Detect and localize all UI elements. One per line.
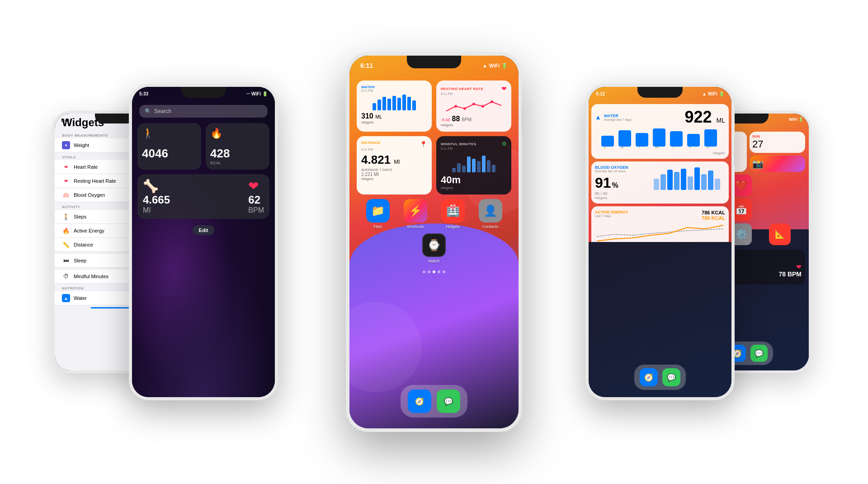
water-value-4: 922 ML (684, 108, 725, 127)
hidgets-app[interactable]: 🏥 Hidgets (436, 199, 469, 229)
water-sub-4: Average last 7 days (604, 118, 632, 121)
mindful-icon: ⚙ (502, 141, 507, 147)
steps-icon-dark: 🚶 (142, 128, 197, 139)
distance-avg-value: 2.221 MI (361, 172, 427, 177)
messages-dock-5[interactable]: 💬 (750, 345, 768, 362)
energy-label-4: ACTIVE ENERGY (595, 210, 628, 214)
resting-hr-label: RESTING HEART RATE (441, 87, 483, 91)
hr-change: -8.49 (441, 118, 450, 122)
watch-app[interactable]: ⌚ Watch (422, 233, 446, 263)
distance-label: DISTANCE (361, 141, 381, 148)
steps-value: 4046 (142, 147, 197, 161)
svg-rect-0 (373, 103, 376, 110)
hr-unit: BPM (462, 117, 472, 122)
fire-icon-dark: 🔥 (210, 128, 265, 139)
water-widget-3: WATER 6:11 PM (357, 81, 432, 132)
center-time: 6:11 (360, 62, 373, 69)
notch-4 (637, 87, 683, 98)
widgets-area-3: WATER 6:11 PM (357, 81, 511, 273)
screen-2: 5:33 ··· WiFi 🔋 🔍 Search 🚶 4046 (132, 87, 275, 397)
water-widget-4: ▲ WATER Average last 7 days 922 ML S M T… (591, 104, 729, 159)
time-2: 5:33 (139, 91, 148, 96)
svg-rect-36 (704, 129, 717, 147)
distance-big-value: 4.821 MI (361, 153, 427, 167)
contacts-label: Contacts (482, 224, 499, 229)
blood-oxy-source-4: Hidgets (595, 196, 725, 200)
wide-widget-dark: 🦴 4.665 MI ❤ 62 BPM (137, 174, 269, 219)
app-row-3: 📁 Files ⚡ Shortcuts 🏥 Hidgets 👤 (357, 199, 511, 229)
mindful-time: 6:11 PM (441, 147, 507, 150)
distance-icon: 📏 (62, 241, 70, 249)
blood-oxy-sub-4: Min/max last 24 hours (595, 170, 653, 173)
walk-icon: 🦴 (143, 179, 170, 194)
safari-icon-4[interactable]: 🧭 (640, 368, 658, 386)
shortcuts-app[interactable]: ⚡ Shortcuts (399, 199, 432, 229)
time-4: 5:12 (596, 91, 605, 96)
messages-icon-4[interactable]: 💬 (662, 368, 680, 386)
blood-oxy-widget-4: BLOOD OXYGEN Min/max last 24 hours 91 % … (591, 161, 729, 204)
distance-avg-label: AVERAGE 7 DAYS (361, 168, 427, 172)
resting-hr-widget-3: RESTING HEART RATE ❤ 6:11 PM (436, 81, 511, 132)
resting-hr-label: Resting Heart Rate (74, 178, 116, 184)
water-chart-4: S M T W T F S (595, 127, 725, 149)
svg-point-11 (472, 103, 475, 105)
date-photo-col: SUN 27 📸 (750, 132, 805, 172)
shortcuts-label: Shortcuts (406, 224, 424, 229)
blood-oxy-range-4: 85 / 98 (595, 191, 653, 196)
watch-icon: ⌚ (422, 233, 446, 257)
hr-heart-icon-5: ❤ (796, 263, 802, 270)
svg-rect-19 (477, 161, 481, 172)
hr-value: 88 (452, 115, 460, 123)
distance-widget-3: DISTANCE 📍 6:11 PM 4.821 MI AVERAGE 7 DA… (357, 136, 432, 195)
svg-rect-22 (492, 165, 495, 172)
safari-dock-icon[interactable]: 🧭 (408, 389, 431, 413)
blood-oxy-icon: 🫁 (62, 191, 70, 199)
svg-rect-3 (387, 99, 391, 110)
svg-rect-39 (667, 170, 673, 190)
walk-section: 🦴 4.665 MI (143, 179, 170, 214)
svg-rect-31 (618, 130, 631, 147)
svg-rect-14 (452, 168, 456, 172)
svg-rect-15 (457, 163, 461, 172)
svg-rect-1 (377, 100, 381, 110)
svg-rect-16 (462, 166, 466, 172)
distance-source: Hidgets (361, 177, 427, 181)
svg-rect-20 (482, 156, 486, 172)
svg-rect-8 (412, 100, 416, 110)
widget-grid-2: 🚶 4046 🔥 428 KCAL (132, 123, 275, 170)
contacts-app[interactable]: 👤 Contacts (474, 199, 507, 229)
bpm-unit: BPM (248, 206, 264, 214)
active-energy-icon: 🔥 (62, 227, 70, 235)
page-dots-3 (357, 270, 511, 273)
contacts-icon: 👤 (479, 199, 502, 223)
hidgets-app-5[interactable]: 📐 (769, 223, 791, 245)
distance-unit: MI (143, 206, 170, 214)
heart-rate-icon: ❤ (62, 163, 70, 171)
energy-value: 428 (210, 147, 265, 161)
blood-oxy-unit-4: % (612, 181, 618, 190)
edit-button[interactable]: Edit (193, 225, 215, 235)
svg-rect-17 (467, 157, 471, 172)
svg-point-12 (481, 105, 484, 108)
search-bar[interactable]: 🔍 Search (139, 105, 268, 118)
water-time: 6:11 PM (361, 89, 427, 92)
hidgets-icon: 🏥 (441, 199, 465, 223)
svg-rect-33 (653, 128, 665, 147)
messages-dock-icon[interactable]: 💬 (437, 389, 460, 413)
dot-1 (423, 270, 425, 273)
status-right-3: ▲ WiFi 🔋 (482, 63, 508, 69)
svg-rect-32 (636, 133, 648, 147)
date-5: 27 (752, 138, 802, 150)
route-icon: 📍 (420, 141, 427, 148)
scene: 5:40 ▲ WiFi 🔋 Widgets BODY MEASUREMENTS … (0, 0, 868, 484)
water-chart (361, 94, 427, 110)
distance-time: 6:11 PM (361, 148, 427, 151)
files-app[interactable]: 📁 Files (361, 199, 394, 229)
mindful-icon: ⏱ (62, 272, 70, 280)
svg-rect-37 (654, 179, 659, 190)
svg-rect-45 (708, 171, 713, 190)
energy-val2: 700 KCAL (702, 215, 725, 221)
status-icons-2: ··· WiFi 🔋 (246, 91, 268, 96)
blood-oxy-label: Blood Oxygen (74, 192, 105, 198)
photos-widget-5: 📸 (750, 156, 805, 172)
